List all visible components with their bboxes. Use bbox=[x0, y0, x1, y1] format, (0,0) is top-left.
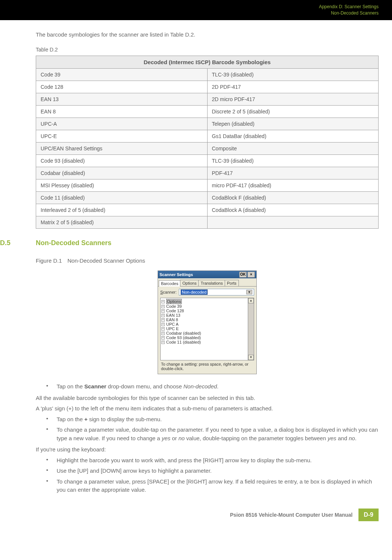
table-header: Decoded (Intermec ISCP) Barcode Symbolog… bbox=[36, 56, 379, 69]
scroll-down-icon[interactable]: ▼ bbox=[248, 355, 254, 360]
tree-item-label: UPC A bbox=[166, 322, 178, 326]
table-cell: UPC/EAN Shared Settings bbox=[36, 143, 208, 155]
table-label: Table D.2 bbox=[36, 47, 379, 53]
tree-item-label: EAN 8 bbox=[166, 317, 178, 322]
expand-icon[interactable]: + bbox=[161, 332, 165, 335]
para-2: A 'plus' sign (+) to the left of the men… bbox=[36, 404, 379, 413]
tree-item[interactable]: +EAN 8 bbox=[161, 317, 253, 322]
tree-item[interactable]: +UPC A bbox=[161, 322, 253, 326]
table-cell: Composite bbox=[207, 143, 379, 155]
scanner-label: SScanner:canner: bbox=[160, 290, 177, 294]
table-cell: Code 128 bbox=[36, 81, 208, 93]
table-cell: Gs1 DataBar (disabled) bbox=[207, 130, 379, 143]
intro-text: The barcode symbologies for the scanner … bbox=[36, 31, 379, 38]
page-header: Appendix D: Scanner Settings Non-Decoded… bbox=[0, 0, 392, 20]
tree-item[interactable]: +Options bbox=[161, 299, 253, 304]
table-row: Codabar (disabled)PDF-417 bbox=[36, 167, 379, 179]
figure-label: Figure D.1 Non-Decoded Scanner Options bbox=[36, 257, 379, 264]
table-row: Code 39TLC-39 (disabled) bbox=[36, 69, 379, 81]
header-appendix: Appendix D: Scanner Settings bbox=[319, 4, 379, 10]
table-cell: CodaBlock A (disabled) bbox=[207, 204, 379, 216]
close-button[interactable]: × bbox=[247, 272, 255, 278]
kbd-instruction-3: To change a parameter value, press [SPAC… bbox=[57, 478, 379, 494]
header-section: Non-Decoded Scanners bbox=[319, 10, 379, 16]
table-row: EAN 132D micro PDF-417 bbox=[36, 93, 379, 106]
expand-icon[interactable]: + bbox=[161, 327, 165, 331]
tree-item[interactable]: +Code 128 bbox=[161, 309, 253, 313]
tab-options[interactable]: Options bbox=[180, 280, 199, 286]
scanner-dropdown[interactable]: Non-decoded ▼ bbox=[179, 289, 254, 295]
scroll-up-icon[interactable]: ▲ bbox=[248, 298, 254, 303]
table-cell: EAN 13 bbox=[36, 93, 208, 106]
expand-icon[interactable]: + bbox=[161, 323, 165, 326]
tree-item[interactable]: +Code 39 bbox=[161, 304, 253, 309]
table-cell: PDF-417 bbox=[207, 167, 379, 179]
symbology-table: Decoded (Intermec ISCP) Barcode Symbolog… bbox=[36, 56, 379, 229]
expand-icon[interactable]: + bbox=[161, 318, 165, 322]
table-row: Code 11 (disabled)CodaBlock F (disabled) bbox=[36, 192, 379, 204]
table-cell: UPC-A bbox=[36, 118, 208, 130]
table-cell bbox=[207, 216, 379, 229]
section-number: D.5 bbox=[0, 239, 36, 247]
expand-icon[interactable]: + bbox=[161, 300, 165, 303]
table-row: UPC-EGs1 DataBar (disabled) bbox=[36, 130, 379, 143]
table-cell: Codabar (disabled) bbox=[36, 167, 208, 179]
tree-item-label: Code 39 bbox=[166, 304, 182, 309]
para-1: All the available barcode symbologies fo… bbox=[36, 394, 379, 403]
kbd-instruction-2: Use the [UP] and [DOWN] arrow keys to hi… bbox=[57, 467, 212, 475]
chevron-down-icon[interactable]: ▼ bbox=[246, 290, 252, 294]
ok-button[interactable]: OK bbox=[239, 272, 247, 278]
table-cell: UPC-E bbox=[36, 130, 208, 143]
expand-icon[interactable]: + bbox=[161, 336, 165, 340]
tree-item-label: Code 128 bbox=[166, 309, 184, 313]
footer-page: D-9 bbox=[358, 509, 379, 521]
hint-text: To change a setting: press space, right-… bbox=[160, 360, 254, 372]
tree-item-label: EAN 13 bbox=[166, 313, 180, 317]
section-title: Non-Decoded Scanners bbox=[36, 239, 111, 247]
window-title: Scanner Settings bbox=[159, 272, 193, 277]
tree-item-label: Options bbox=[166, 299, 182, 304]
tree-item-label: Code 93 (disabled) bbox=[166, 335, 201, 340]
table-cell: 2D PDF-417 bbox=[207, 81, 379, 93]
instruction-2: Tap on the + sign to display the sub-men… bbox=[57, 415, 162, 424]
barcode-tree[interactable]: +Options+Code 39+Code 128+EAN 13+EAN 8+U… bbox=[160, 298, 254, 360]
table-row: Matrix 2 of 5 (disabled) bbox=[36, 216, 379, 229]
table-cell: 2D micro PDF-417 bbox=[207, 93, 379, 106]
table-cell: micro PDF-417 (disabled) bbox=[207, 179, 379, 192]
scanner-settings-window: Scanner Settings OK × BarcodesOptionsTra… bbox=[158, 270, 257, 374]
para-3: If you're using the keyboard: bbox=[36, 445, 379, 454]
tree-item[interactable]: +EAN 13 bbox=[161, 313, 253, 317]
table-row: MSI Plessey (disabled)micro PDF-417 (dis… bbox=[36, 179, 379, 192]
tree-item[interactable]: +Codabar (disabled) bbox=[161, 331, 253, 335]
instruction-1: Tap on the Scanner drop-down menu, and c… bbox=[57, 382, 219, 391]
footer-title: Psion 8516 Vehicle-Mount Computer User M… bbox=[230, 512, 353, 518]
table-cell: MSI Plessey (disabled) bbox=[36, 179, 208, 192]
expand-icon[interactable]: + bbox=[161, 314, 165, 317]
table-row: Code 93 (disabled)TLC-39 (disabled) bbox=[36, 155, 379, 167]
tree-item[interactable]: +Code 11 (disabled) bbox=[161, 340, 253, 344]
expand-icon[interactable]: + bbox=[161, 309, 165, 313]
tree-item[interactable]: +Code 93 (disabled) bbox=[161, 335, 253, 340]
table-cell: CodaBlock F (disabled) bbox=[207, 192, 379, 204]
table-cell: Code 11 (disabled) bbox=[36, 192, 208, 204]
table-cell: Code 93 (disabled) bbox=[36, 155, 208, 167]
tab-barcodes[interactable]: Barcodes bbox=[159, 280, 180, 287]
instruction-3: To change a parameter value, double-tap … bbox=[57, 426, 379, 442]
tree-item[interactable]: +UPC E bbox=[161, 326, 253, 331]
table-cell: Discrete 2 of 5 (disabled) bbox=[207, 106, 379, 118]
expand-icon[interactable]: + bbox=[161, 305, 165, 308]
tree-item-label: Codabar (disabled) bbox=[166, 331, 201, 335]
tab-translations[interactable]: Translations bbox=[198, 280, 225, 286]
table-row: EAN 8Discrete 2 of 5 (disabled) bbox=[36, 106, 379, 118]
table-cell: EAN 8 bbox=[36, 106, 208, 118]
expand-icon[interactable]: + bbox=[161, 341, 165, 344]
table-row: Code 1282D PDF-417 bbox=[36, 81, 379, 93]
tree-item-label: UPC E bbox=[166, 326, 179, 331]
tab-ports[interactable]: Ports bbox=[225, 280, 239, 286]
table-cell: TLC-39 (disabled) bbox=[207, 155, 379, 167]
table-row: UPC-ATelepen (disabled) bbox=[36, 118, 379, 130]
table-row: UPC/EAN Shared SettingsComposite bbox=[36, 143, 379, 155]
table-cell: Telepen (disabled) bbox=[207, 118, 379, 130]
tree-item-label: Code 11 (disabled) bbox=[166, 340, 201, 344]
table-cell: Matrix 2 of 5 (disabled) bbox=[36, 216, 208, 229]
